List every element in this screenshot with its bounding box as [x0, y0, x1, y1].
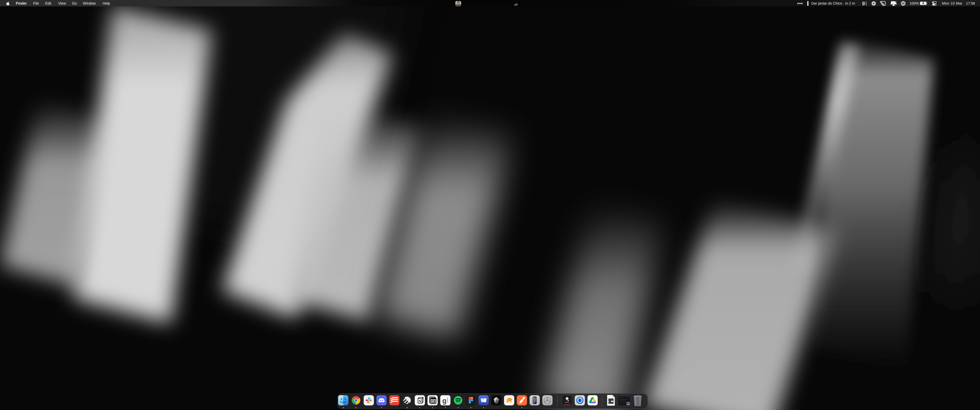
svg-text:10: 10: [432, 400, 435, 403]
svg-text:raycast: raycast: [565, 401, 570, 403]
svg-text:11: 11: [627, 403, 629, 405]
svg-text:g: g: [442, 397, 447, 405]
svg-text:N: N: [419, 399, 422, 404]
